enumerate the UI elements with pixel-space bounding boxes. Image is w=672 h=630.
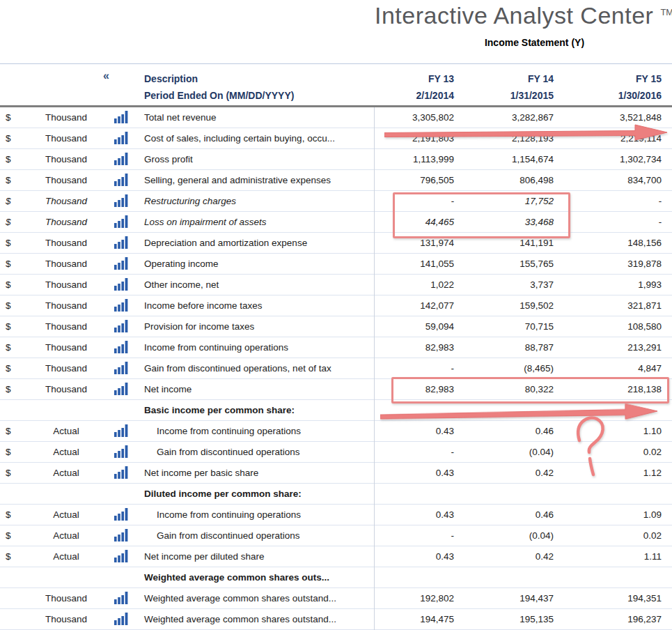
fy14-label: FY 14 (460, 70, 554, 87)
unit-cell: Thousand (28, 170, 104, 190)
table-row: Diluted income per common share: (0, 484, 672, 505)
bar-chart-icon[interactable] (104, 505, 138, 525)
value-cell-fy13: 3,305,802 (374, 107, 460, 128)
value-cell-fy15: 319,878 (559, 254, 667, 274)
value-cell-fy15: - (559, 212, 667, 232)
value-cell-fy14: 0.42 (460, 463, 559, 483)
value-cell-fy13: - (374, 525, 460, 546)
currency-cell: $ (0, 212, 28, 232)
bar-chart-icon[interactable] (104, 442, 138, 462)
value-cell-fy14: 194,437 (460, 588, 559, 608)
currency-cell: $ (0, 295, 28, 316)
value-cell-fy14: 80,322 (460, 379, 559, 399)
currency-cell: $ (0, 316, 28, 337)
description-cell: Cost of sales, including certain buying,… (138, 128, 374, 148)
table-row: Basic income per common share: (0, 400, 672, 421)
table-row: $ Thousand Gross profit 1,113,999 1,154,… (0, 149, 672, 170)
period-header-label: Period Ended On (MM/DD/YYYY) (144, 87, 294, 104)
value-cell-fy15: 1.09 (559, 505, 667, 525)
description-cell: Net income (138, 379, 374, 399)
fy13-label: FY 13 (374, 70, 454, 87)
value-cell-fy15: 0.02 (559, 442, 667, 462)
unit-cell: Actual (28, 442, 104, 462)
description-cell: Income before income taxes (138, 295, 374, 316)
bar-chart-icon[interactable] (104, 609, 138, 629)
value-cell-fy15: 213,291 (559, 337, 667, 358)
value-cell-fy14: 141,191 (460, 233, 559, 253)
unit-cell: Actual (28, 463, 104, 483)
description-cell: Weighted average common shares outstand.… (138, 609, 374, 629)
bar-chart-icon[interactable] (104, 421, 138, 441)
value-cell-fy13: 142,077 (374, 295, 460, 316)
description-cell: Depreciation and amortization expense (138, 233, 374, 253)
currency-cell: $ (0, 128, 28, 148)
table-row: $ Thousand Income before income taxes 14… (0, 295, 672, 316)
description-cell: Income from continuing operations (138, 337, 374, 358)
bar-chart-icon[interactable] (104, 546, 138, 567)
currency-cell: $ (0, 463, 28, 483)
value-cell-fy15: 4,847 (559, 358, 667, 378)
currency-cell: $ (0, 191, 28, 211)
unit-cell: Thousand (28, 275, 104, 295)
unit-cell: Thousand (28, 212, 104, 232)
bar-chart-icon[interactable] (104, 275, 138, 295)
value-cell-fy13: - (374, 191, 460, 211)
currency-cell: $ (0, 421, 28, 441)
bar-chart-icon[interactable] (104, 107, 138, 128)
value-cell-fy14: (8,465) (460, 358, 559, 378)
table-row: $ Thousand Total net revenue 3,305,802 3… (0, 107, 672, 128)
bar-chart-icon[interactable] (104, 358, 138, 378)
fy14-column-header: FY 14 1/31/2015 (460, 70, 559, 104)
currency-cell: $ (0, 546, 28, 567)
description-cell: Loss on impairment of assets (138, 212, 374, 232)
collapse-columns-icon[interactable]: « (103, 70, 109, 82)
value-cell-fy15: 194,351 (559, 588, 667, 608)
unit-cell: Thousand (28, 107, 104, 128)
table-row: $ Thousand Provision for income taxes 59… (0, 316, 672, 337)
bar-chart-icon[interactable] (104, 463, 138, 483)
description-cell: Gain from discontinued operations (138, 525, 374, 546)
currency-cell: $ (0, 442, 28, 462)
value-cell-fy15: 1.12 (559, 463, 667, 483)
table-row: $ Thousand Operating income 141,055 155,… (0, 254, 672, 275)
value-cell-fy14: 2,128,193 (460, 128, 559, 148)
value-cell-fy14: 88,787 (460, 337, 559, 358)
value-cell-fy13: 59,094 (374, 316, 460, 337)
bar-chart-icon[interactable] (104, 588, 138, 608)
table-row: $ Thousand Restructuring charges - 17,75… (0, 191, 672, 212)
bar-chart-icon[interactable] (104, 379, 138, 399)
bar-chart-icon[interactable] (104, 295, 138, 316)
bar-chart-icon[interactable] (104, 149, 138, 169)
bar-chart-icon[interactable] (104, 316, 138, 337)
page-subtitle: Income Statement (Y) (376, 37, 672, 48)
value-cell-fy13: 0.43 (374, 463, 460, 483)
bar-chart-icon[interactable] (104, 254, 138, 274)
unit-cell: Thousand (28, 295, 104, 316)
unit-cell: Actual (28, 525, 104, 546)
bar-chart-icon[interactable] (104, 212, 138, 232)
description-cell: Net income per basic share (138, 463, 374, 483)
value-cell-fy13: - (374, 358, 460, 378)
table-row: $ Actual Income from continuing operatio… (0, 421, 672, 442)
bar-chart-icon[interactable] (104, 128, 138, 148)
table-row: $ Thousand Cost of sales, including cert… (0, 128, 672, 149)
description-cell: Income from continuing operations (138, 421, 374, 441)
table-row: $ Thousand Depreciation and amortization… (0, 233, 672, 254)
table-row: $ Actual Net income per basic share 0.43… (0, 463, 672, 484)
table-row: $ Thousand Other income, net 1,022 3,737… (0, 275, 672, 295)
unit-cell: Actual (28, 421, 104, 441)
bar-chart-icon[interactable] (104, 170, 138, 190)
value-cell-fy14: 0.46 (460, 505, 559, 525)
bar-chart-icon[interactable] (104, 525, 138, 546)
bar-chart-icon[interactable] (104, 337, 138, 358)
value-cell-fy14: 159,502 (460, 295, 559, 316)
value-cell-fy15: 321,871 (559, 295, 667, 316)
bar-chart-icon[interactable] (104, 191, 138, 211)
unit-cell: Actual (28, 505, 104, 525)
description-cell: Income from continuing operations (138, 505, 374, 525)
bar-chart-icon[interactable] (104, 233, 138, 253)
table-row: $ Actual Gain from discontinued operatio… (0, 442, 672, 463)
description-cell: Provision for income taxes (138, 316, 374, 337)
value-cell-fy13: 131,974 (374, 233, 460, 253)
unit-cell: Thousand (28, 609, 104, 629)
